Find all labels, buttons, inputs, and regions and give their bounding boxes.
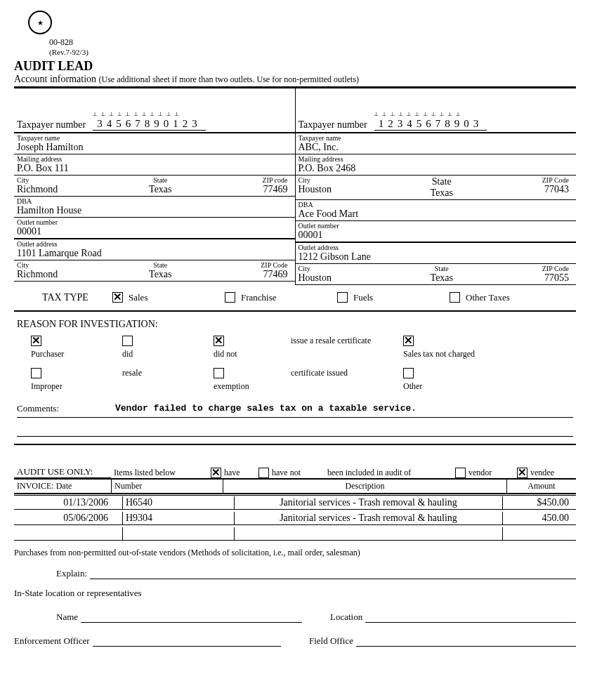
checkbox-have[interactable]	[211, 468, 221, 478]
other-reason-label: Other	[403, 381, 422, 392]
name-line	[81, 612, 302, 623]
zip-left: 77469	[206, 184, 287, 195]
issue-label: issue a resale certificate	[291, 336, 371, 346]
purchaser-label: Purchaser	[31, 349, 64, 359]
state-left: Texas	[120, 184, 201, 195]
audit-use-only: AUDIT USE ONLY:	[14, 466, 111, 478]
have-label: have	[224, 468, 240, 478]
inv-amt-1: 450.00	[503, 512, 576, 524]
mailing-label: Mailing address	[17, 155, 292, 163]
name-field-label: Name	[56, 612, 78, 623]
dba-label-r: DBA	[299, 201, 574, 209]
checkbox-other-reason[interactable]	[403, 368, 414, 378]
checkbox-franchise[interactable]	[225, 292, 235, 303]
name-label-r: Taxpayer name	[299, 134, 574, 142]
location-line	[365, 612, 576, 623]
inv-date-0: 01/13/2006	[14, 496, 123, 509]
checkbox-vendee[interactable]	[517, 468, 527, 478]
dba-right: Ace Food Mart	[299, 209, 574, 220]
form-subtitle: Account information (Use additional shee…	[14, 74, 576, 87]
checkbox-did-not[interactable]	[214, 336, 224, 346]
checkbox-fuels[interactable]	[337, 292, 348, 303]
fuels-label: Fuels	[353, 292, 373, 303]
city-label: City	[17, 176, 114, 184]
sales-label: Sales	[129, 292, 148, 303]
inv-desc-0: Janitorial services - Trash removal & ha…	[235, 496, 503, 509]
inv-amt-0: $450.00	[503, 496, 576, 509]
mailing-right: P.O. Box 2468	[299, 163, 574, 174]
taxpayer-number-left: ┴┴┴┴┴┴┴┴┴┴┴ 34567890123	[93, 118, 206, 131]
checkbox-have-not[interactable]	[258, 468, 269, 478]
checkbox-purchaser[interactable]	[31, 336, 41, 346]
outlet-num-left: 00001	[17, 226, 292, 237]
right-column: Taxpayer number ┴┴┴┴┴┴┴┴┴┴┴ 12345678903 …	[296, 88, 577, 285]
checkbox-sales[interactable]	[112, 292, 123, 303]
ocity-label: City	[17, 261, 114, 269]
checkbox-did[interactable]	[122, 336, 133, 346]
invoice-row: 05/06/2006 H9304 Janitorial services - T…	[14, 512, 576, 525]
field-office-label: Field Office	[309, 635, 353, 647]
subtitle-note: (Use additional sheet if more than two o…	[99, 74, 360, 84]
state-seal-icon	[28, 11, 52, 34]
checkbox-exemption[interactable]	[214, 368, 224, 378]
have-not-label: have not	[272, 468, 301, 478]
zip-label-r: ZIP Code	[488, 176, 569, 184]
taxpayer-number-label: Taxpayer number	[17, 119, 86, 131]
outlet-num-label: Outlet number	[17, 218, 292, 226]
state-right: Texas	[401, 187, 482, 199]
city-left: Richmond	[17, 184, 114, 195]
ostate-left: Texas	[120, 269, 201, 280]
checkbox-other-taxes[interactable]	[450, 292, 460, 303]
exemption-label: exemption	[214, 381, 249, 392]
ozip-left: 77469	[206, 269, 287, 280]
checkbox-not-charged[interactable]	[403, 336, 414, 346]
revision: (Rev.7-92/3)	[49, 48, 576, 56]
col-invoice-date: INVOICE: Date	[14, 480, 112, 493]
resale-label: resale	[122, 368, 142, 378]
taxpayer-number-right: ┴┴┴┴┴┴┴┴┴┴┴ 12345678903	[374, 118, 487, 131]
tax-type-row: TAX TYPE Sales Franchise Fuels Other Tax…	[14, 285, 576, 312]
ozip-right: 77055	[488, 272, 569, 284]
zip-label: ZIP code	[206, 176, 287, 184]
inv-desc-1: Janitorial services - Trash removal & ha…	[235, 512, 503, 524]
left-column: Taxpayer number ┴┴┴┴┴┴┴┴┴┴┴ 34567890123 …	[14, 88, 296, 285]
comments-text: Vendor failed to charge sales tax on a t…	[115, 403, 417, 414]
location-field-label: Location	[330, 612, 362, 623]
franchise-label: Franchise	[241, 292, 277, 303]
col-description: Description	[223, 480, 507, 493]
form-title: AUDIT LEAD	[14, 59, 576, 74]
taxpayer-name-right: ABC, Inc.	[299, 142, 574, 153]
outlet-addr-label: Outlet address	[17, 240, 292, 248]
city-right: Houston	[299, 184, 396, 195]
comments-label: Comments:	[17, 403, 115, 414]
inv-date-1: 05/06/2006	[14, 512, 123, 524]
taxpayer-number-label-r: Taxpayer number	[299, 119, 367, 131]
inv-num-0: H6540	[123, 496, 235, 509]
ozip-label-r: ZIP Code	[488, 265, 569, 272]
invoice-row-blank	[14, 527, 576, 541]
checkbox-improper[interactable]	[31, 368, 41, 378]
field-office-line	[356, 635, 576, 647]
other-taxes-label: Other Taxes	[466, 292, 510, 303]
purchases-note: Purchases from non-permitted out-of-stat…	[14, 548, 576, 558]
ostate-label: State	[120, 261, 201, 269]
col-number: Number	[112, 480, 223, 493]
ocity-label-r: City	[299, 265, 396, 272]
vendee-label: vendee	[530, 468, 554, 478]
col-amount: Amount	[507, 480, 576, 493]
dba-label: DBA	[17, 197, 292, 205]
taxpayer-name-left: Joseph Hamilton	[17, 142, 292, 153]
inv-num-1: H9304	[123, 512, 235, 524]
invoice-row: 01/13/2006 H6540 Janitorial services - T…	[14, 496, 576, 510]
outlet-num-label-r: Outlet number	[299, 222, 574, 230]
checkbox-vendor[interactable]	[455, 468, 466, 478]
outlet-addr-left: 1101 Lamarque Road	[17, 248, 292, 259]
blank-line	[17, 422, 573, 437]
ozip-label: ZIP Code	[206, 261, 287, 269]
zip-right: 77043	[488, 184, 569, 195]
city-label-r: City	[299, 176, 396, 184]
dba-left: Hamilton House	[17, 205, 292, 216]
vendor-label: vendor	[468, 468, 492, 478]
officer-line	[93, 635, 281, 647]
reason-title: REASON FOR INVESTIGATION:	[17, 319, 573, 330]
